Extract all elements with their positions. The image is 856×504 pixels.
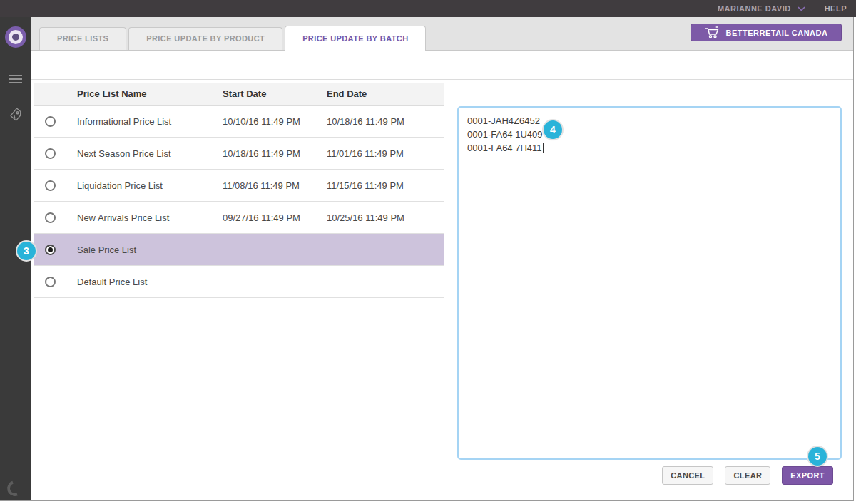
tab-strip: PRICE LISTS PRICE UPDATE BY PRODUCT PRIC… xyxy=(31,17,853,51)
col-price-list-name: Price List Name xyxy=(77,88,223,99)
main-area: PRICE LISTS PRICE UPDATE BY PRODUCT PRIC… xyxy=(31,17,853,500)
step-badge-5: 5 xyxy=(808,447,827,466)
user-menu[interactable]: MARIANNE DAVID xyxy=(718,4,805,13)
radio-informational[interactable] xyxy=(45,116,56,127)
topbar: MARIANNE DAVID HELP xyxy=(0,0,856,17)
col-end-date: End Date xyxy=(327,88,444,99)
cell-name: Informational Price List xyxy=(77,116,223,127)
cart-icon xyxy=(705,26,720,38)
price-list-pane: Price List Name Start Date End Date Info… xyxy=(31,80,444,500)
col-start-date: Start Date xyxy=(223,88,327,99)
user-name: MARIANNE DAVID xyxy=(718,4,791,13)
radio-default[interactable] xyxy=(45,277,56,287)
cell-name: Default Price List xyxy=(77,277,223,287)
cell-start: 09/27/16 11:49 PM xyxy=(223,212,327,223)
cell-end: 10/25/16 11:49 PM xyxy=(327,212,444,223)
tab-price-update-by-product[interactable]: PRICE UPDATE BY PRODUCT xyxy=(128,27,282,50)
menu-icon[interactable] xyxy=(9,75,22,86)
table-row[interactable]: Informational Price List 10/10/16 11:49 … xyxy=(34,106,444,138)
app-logo-icon[interactable] xyxy=(5,26,26,48)
table-row-selected[interactable]: Sale Price List xyxy=(34,234,444,266)
sku-line: 0001-FA64 7H411 xyxy=(467,141,832,155)
cell-name: Liquidation Price List xyxy=(77,180,223,191)
action-buttons: CANCEL CLEAR EXPORT xyxy=(662,466,833,485)
cell-start: 10/10/16 11:49 PM xyxy=(223,116,327,127)
cancel-button[interactable]: CANCEL xyxy=(662,466,713,485)
sku-line: 0001-FA64 1U409 xyxy=(467,128,832,141)
table-row[interactable]: New Arrivals Price List 09/27/16 11:49 P… xyxy=(34,202,444,234)
help-link[interactable]: HELP xyxy=(825,4,847,13)
clear-button[interactable]: CLEAR xyxy=(725,466,770,485)
cell-end: 10/18/16 11:49 PM xyxy=(327,116,444,127)
radio-sale-selected[interactable] xyxy=(45,245,56,255)
price-tag-icon[interactable] xyxy=(7,107,24,124)
store-selector-button[interactable]: BETTERRETAIL CANADA xyxy=(691,24,842,41)
window-edge-right xyxy=(853,17,854,501)
window-edge-bottom xyxy=(0,500,854,501)
step-badge-3: 3 xyxy=(17,242,36,260)
table-header: Price List Name Start Date End Date xyxy=(34,83,444,106)
batch-skus-textarea[interactable]: 0001-JAH4Z6452 0001-FA64 1U409 0001-FA64… xyxy=(457,106,842,460)
cell-end: 11/01/16 11:49 PM xyxy=(327,148,444,159)
table-row[interactable]: Default Price List xyxy=(34,266,444,298)
table-row[interactable]: Next Season Price List 10/18/16 11:49 PM… xyxy=(34,138,444,170)
cell-end: 11/15/16 11:49 PM xyxy=(327,180,444,191)
content-split: Price List Name Start Date End Date Info… xyxy=(31,79,853,500)
tab-price-lists[interactable]: PRICE LISTS xyxy=(39,27,126,50)
cell-name: Sale Price List xyxy=(77,245,223,255)
chevron-down-icon xyxy=(798,6,805,11)
batch-entry-pane: 0001-JAH4Z6452 0001-FA64 1U409 0001-FA64… xyxy=(444,80,853,500)
cell-name: Next Season Price List xyxy=(77,148,223,159)
cell-start: 10/18/16 11:49 PM xyxy=(223,148,327,159)
table-row[interactable]: Liquidation Price List 11/08/16 11:49 PM… xyxy=(34,170,444,202)
export-button[interactable]: EXPORT xyxy=(782,466,833,485)
cell-name: New Arrivals Price List xyxy=(77,212,223,223)
radio-next-season[interactable] xyxy=(45,148,56,159)
loading-arc-icon xyxy=(4,478,25,498)
sku-line: 0001-JAH4Z6452 xyxy=(467,114,832,128)
tab-price-update-by-batch[interactable]: PRICE UPDATE BY BATCH xyxy=(285,26,426,51)
radio-new-arrivals[interactable] xyxy=(45,212,56,223)
cell-start: 11/08/16 11:49 PM xyxy=(223,180,327,191)
content: Price List Name Start Date End Date Info… xyxy=(31,51,853,500)
price-list-table: Price List Name Start Date End Date Info… xyxy=(34,83,444,298)
text-cursor xyxy=(543,143,544,153)
radio-liquidation[interactable] xyxy=(45,180,56,191)
step-badge-4: 4 xyxy=(544,120,562,139)
store-selector-label: BETTERRETAIL CANADA xyxy=(726,29,828,37)
logo-ring xyxy=(9,30,23,44)
